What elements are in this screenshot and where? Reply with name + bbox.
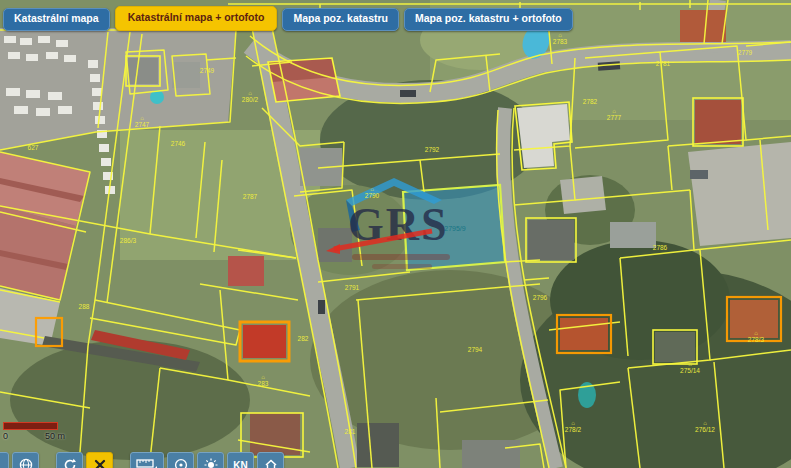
scale-start-label: 0: [3, 431, 8, 441]
home-icon: [264, 458, 278, 468]
map-type-tabbar: Katastrální mapa Katastrální mapa + orto…: [3, 6, 573, 31]
refresh-icon: [63, 458, 77, 468]
tab-katastralni-mapa[interactable]: Katastrální mapa: [3, 8, 110, 31]
svg-text:2747: 2747: [135, 121, 150, 128]
svg-text:2781: 2781: [656, 60, 671, 67]
globe-icon: [19, 458, 33, 468]
tab-mapa-poz-katastru-ortofoto[interactable]: Mapa poz. katastru + ortofoto: [404, 8, 573, 31]
svg-text:2790: 2790: [365, 192, 380, 199]
measure-button[interactable]: [130, 452, 164, 468]
svg-text:2796: 2796: [533, 294, 548, 301]
home-button[interactable]: [257, 452, 284, 468]
brightness-button[interactable]: [197, 452, 224, 468]
tab-katastralni-mapa-ortofoto[interactable]: Katastrální mapa + ortofoto: [115, 6, 278, 31]
bottom-toolbar: KN: [0, 452, 287, 468]
scale-bar-rect: [3, 422, 58, 430]
svg-text:275/14: 275/14: [680, 367, 700, 374]
scale-bar: 0 50 m: [3, 422, 65, 441]
scale-end-label: 50 m: [45, 431, 65, 441]
svg-text:283: 283: [258, 380, 269, 387]
svg-text:278/2: 278/2: [565, 426, 582, 433]
map-viewport[interactable]: 2795/9: [0, 0, 791, 468]
globe-button[interactable]: [12, 452, 39, 468]
svg-text:2786: 2786: [653, 244, 668, 251]
ruler-icon: [136, 458, 158, 468]
partial-button[interactable]: [0, 452, 9, 468]
svg-text:278/3: 278/3: [748, 336, 765, 343]
refresh-button[interactable]: [56, 452, 83, 468]
kn-button[interactable]: KN: [227, 452, 254, 468]
svg-text:276/12: 276/12: [695, 426, 715, 433]
svg-text:2749: 2749: [200, 67, 215, 74]
close-button[interactable]: [86, 452, 113, 468]
svg-text:627: 627: [28, 144, 39, 151]
svg-text:2782: 2782: [583, 98, 598, 105]
svg-text:2791: 2791: [345, 284, 360, 291]
info-circle-icon: [174, 458, 188, 468]
svg-text:2777: 2777: [607, 114, 622, 121]
svg-text:281: 281: [345, 428, 356, 435]
svg-text:2779: 2779: [738, 49, 753, 56]
close-icon: [94, 459, 106, 468]
svg-text:288: 288: [79, 303, 90, 310]
svg-text:2783: 2783: [553, 38, 568, 45]
svg-text:282: 282: [298, 335, 309, 342]
svg-text:2792: 2792: [425, 146, 440, 153]
sun-icon: [204, 458, 218, 468]
svg-text:280/2: 280/2: [242, 96, 259, 103]
svg-text:286/3: 286/3: [120, 237, 137, 244]
kn-label: KN: [233, 460, 247, 468]
info-button[interactable]: [167, 452, 194, 468]
svg-text:2787: 2787: [243, 193, 258, 200]
svg-text:2746: 2746: [171, 140, 186, 147]
cadastral-ortophoto-map[interactable]: 2795/9: [0, 0, 791, 468]
tab-mapa-poz-katastru[interactable]: Mapa poz. katastru: [282, 8, 399, 31]
svg-text:2794: 2794: [468, 346, 483, 353]
